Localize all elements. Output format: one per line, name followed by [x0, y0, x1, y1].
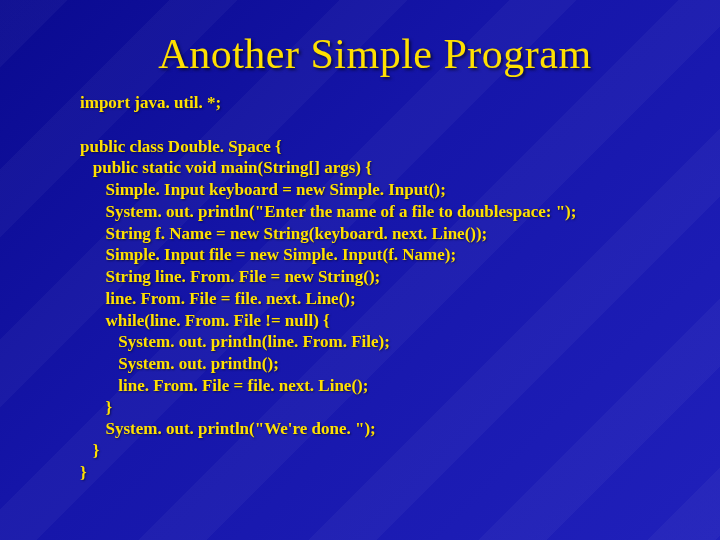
code-line: line. From. File = file. next. Line();	[80, 376, 368, 395]
code-line: System. out. println(line. From. File);	[80, 332, 390, 351]
code-line: line. From. File = file. next. Line();	[80, 289, 356, 308]
code-line: System. out. println("We're done. ");	[80, 419, 376, 438]
code-line: String line. From. File = new String();	[80, 267, 380, 286]
code-line: public class Double. Space {	[80, 137, 282, 156]
code-line: public static void main(String[] args) {	[80, 158, 372, 177]
code-block: import java. util. *; public class Doubl…	[80, 92, 670, 484]
code-line: while(line. From. File != null) {	[80, 311, 330, 330]
code-line: }	[80, 398, 112, 417]
code-line: import java. util. *;	[80, 93, 221, 112]
slide-container: Another Simple Program import java. util…	[0, 0, 720, 540]
slide-title: Another Simple Program	[80, 30, 670, 78]
code-line: }	[80, 463, 87, 482]
code-line: }	[80, 441, 99, 460]
code-line: Simple. Input file = new Simple. Input(f…	[80, 245, 456, 264]
code-line: Simple. Input keyboard = new Simple. Inp…	[80, 180, 446, 199]
code-line: System. out. println("Enter the name of …	[80, 202, 576, 221]
code-line: String f. Name = new String(keyboard. ne…	[80, 224, 487, 243]
code-line: System. out. println();	[80, 354, 279, 373]
